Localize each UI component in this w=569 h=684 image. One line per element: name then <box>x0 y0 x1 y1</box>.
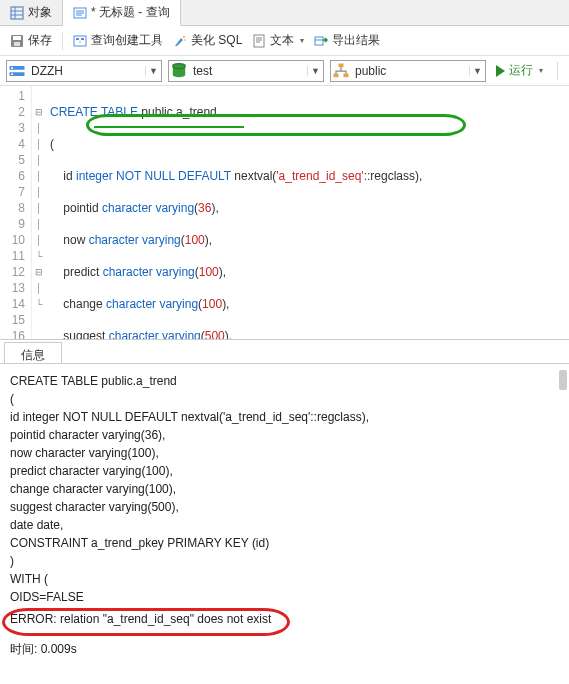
svg-rect-31 <box>344 73 349 77</box>
svg-rect-12 <box>76 38 79 40</box>
tab-label: * 无标题 - 查询 <box>91 4 170 21</box>
output-line: OIDS=FALSE <box>10 588 559 606</box>
svg-rect-21 <box>315 37 323 45</box>
svg-rect-29 <box>339 63 344 67</box>
export-label: 导出结果 <box>332 32 380 49</box>
toolbar: 保存 查询创建工具 美化 SQL 文本 ▾ 导出结果 <box>0 26 569 56</box>
chevron-down-icon: ▾ <box>300 36 304 45</box>
run-button[interactable]: 运行 ▾ <box>492 62 547 79</box>
chevron-down-icon: ▼ <box>307 66 323 76</box>
output-line: date date, <box>10 516 559 534</box>
output-line: CONSTRAINT a_trend_pkey PRIMARY KEY (id) <box>10 534 559 552</box>
beautify-icon <box>173 34 187 48</box>
output-line: predict character varying(100), <box>10 462 559 480</box>
schema-value: public <box>351 64 469 78</box>
separator <box>557 62 558 80</box>
play-icon <box>496 65 505 77</box>
chevron-down-icon: ▾ <box>539 66 543 75</box>
svg-point-15 <box>183 36 185 38</box>
svg-rect-0 <box>11 7 23 19</box>
svg-point-16 <box>184 39 186 41</box>
text-label: 文本 <box>270 32 294 49</box>
output-panel: CREATE TABLE public.a_trend ( id integer… <box>0 364 569 684</box>
database-value: test <box>189 64 307 78</box>
builder-label: 查询创建工具 <box>91 32 163 49</box>
query-icon <box>73 6 87 20</box>
svg-rect-10 <box>14 42 20 46</box>
text-button[interactable]: 文本 ▾ <box>248 30 308 51</box>
connection-value: DZZH <box>27 64 145 78</box>
tab-query[interactable]: * 无标题 - 查询 <box>63 0 181 26</box>
save-label: 保存 <box>28 32 52 49</box>
fold-gutter: ⊟││ │││ │││ └⊟│ └ <box>32 86 46 340</box>
save-button[interactable]: 保存 <box>6 30 56 51</box>
svg-rect-30 <box>334 73 339 77</box>
connection-bar: DZZH ▼ test ▼ public ▼ 运行 ▾ <box>0 56 569 86</box>
timing-line: 时间: 0.009s <box>10 640 559 658</box>
line-gutter: 123 456 789 101112 131415 1617 <box>0 86 32 340</box>
database-icon <box>169 61 189 81</box>
text-icon <box>252 34 266 48</box>
schema-icon <box>331 61 351 81</box>
output-line: ( <box>10 390 559 408</box>
output-line: now character varying(100), <box>10 444 559 462</box>
beautify-label: 美化 SQL <box>191 32 242 49</box>
svg-point-25 <box>11 66 13 68</box>
output-line: change character varying(100), <box>10 480 559 498</box>
svg-rect-11 <box>74 36 86 46</box>
chevron-down-icon: ▼ <box>469 66 485 76</box>
builder-icon <box>73 34 87 48</box>
export-icon <box>314 34 328 48</box>
connection-select[interactable]: DZZH ▼ <box>6 60 162 82</box>
sql-editor[interactable]: 123 456 789 101112 131415 1617 ⊟││ │││ │… <box>0 86 569 340</box>
query-builder-button[interactable]: 查询创建工具 <box>69 30 167 51</box>
svg-rect-9 <box>13 36 21 40</box>
result-tabs: 信息 <box>0 340 569 364</box>
info-tab-label: 信息 <box>21 348 45 362</box>
save-icon <box>10 34 24 48</box>
connection-icon <box>7 61 27 81</box>
output-line: pointid character varying(36), <box>10 426 559 444</box>
error-line: ERROR: relation "a_trend_id_seq" does no… <box>10 610 559 628</box>
tab-label: 对象 <box>28 4 52 21</box>
svg-rect-13 <box>81 38 84 40</box>
output-line: WITH ( <box>10 570 559 588</box>
output-line: suggest character varying(500), <box>10 498 559 516</box>
database-select[interactable]: test ▼ <box>168 60 324 82</box>
tab-info[interactable]: 信息 <box>4 342 62 363</box>
svg-rect-17 <box>254 35 264 47</box>
output-line: CREATE TABLE public.a_trend <box>10 372 559 390</box>
output-line: ) <box>10 552 559 570</box>
chevron-down-icon: ▼ <box>145 66 161 76</box>
export-button[interactable]: 导出结果 <box>310 30 384 51</box>
run-label: 运行 <box>509 62 533 79</box>
scrollbar-thumb[interactable] <box>559 370 567 390</box>
svg-point-26 <box>11 73 13 75</box>
schema-select[interactable]: public ▼ <box>330 60 486 82</box>
separator <box>62 32 63 50</box>
output-line: id integer NOT NULL DEFAULT nextval('a_t… <box>10 408 559 426</box>
beautify-button[interactable]: 美化 SQL <box>169 30 246 51</box>
tab-objects[interactable]: 对象 <box>0 0 63 25</box>
table-icon <box>10 6 24 20</box>
document-tabs: 对象 * 无标题 - 查询 <box>0 0 569 26</box>
code-area[interactable]: CREATE TABLE public.a_trend ( id integer… <box>46 86 426 340</box>
